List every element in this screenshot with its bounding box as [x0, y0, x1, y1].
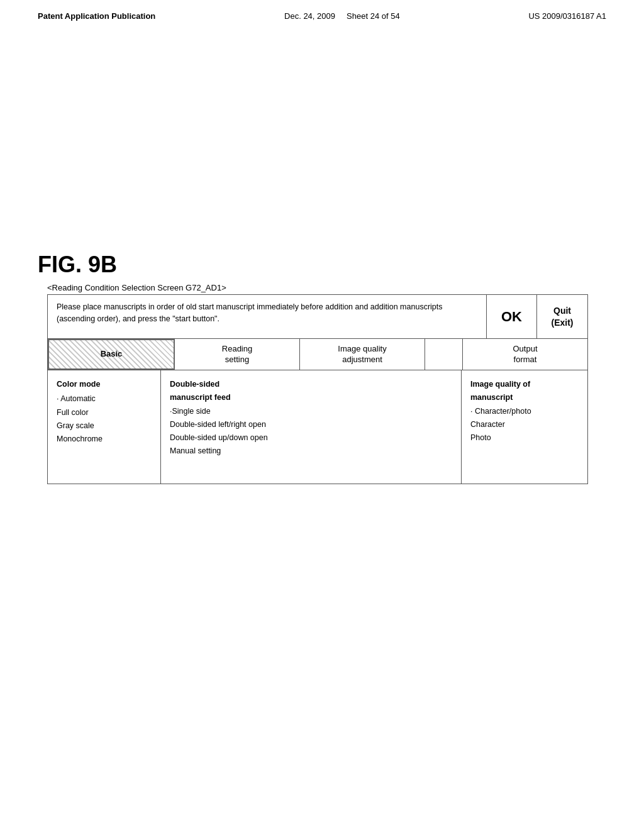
- header-publication: Patent Application Publication: [38, 11, 155, 21]
- color-mode-automatic: · Automatic: [57, 392, 152, 406]
- image-quality-photo: Photo: [470, 431, 579, 445]
- screen-label: <Reading Condition Selection Screen G72_…: [47, 283, 226, 292]
- tab-row: Basic Readingsetting Image qualityadjust…: [48, 339, 587, 370]
- image-quality-title: Image quality ofmanuscript: [470, 378, 579, 405]
- double-sided-single: ·Single side: [170, 405, 452, 418]
- color-mode-monochrome: Monochrome: [57, 433, 152, 446]
- header-sheet: Sheet 24 of 54: [347, 11, 400, 21]
- col-color-mode: Color mode · Automatic Full color Gray s…: [48, 370, 161, 484]
- color-mode-gray-scale: Gray scale: [57, 419, 152, 433]
- instruction-bar: Please place manuscripts in order of old…: [48, 295, 587, 339]
- instruction-text: Please place manuscripts in order of old…: [48, 295, 487, 338]
- header-patent-number: US 2009/0316187 A1: [528, 11, 606, 21]
- figure-label: FIG. 9B: [38, 252, 117, 278]
- col-double-sided: Double-sidedmanuscript feed ·Single side…: [161, 370, 462, 484]
- double-sided-manual: Manual setting: [170, 445, 452, 458]
- color-mode-title: Color mode: [57, 378, 152, 391]
- double-sided-lr-open: Double-sided left/right open: [170, 418, 452, 431]
- tab-basic[interactable]: Basic: [48, 339, 175, 370]
- tab-output-format[interactable]: Outputformat: [463, 339, 587, 370]
- content-area: Color mode · Automatic Full color Gray s…: [48, 370, 587, 484]
- col-image-quality: Image quality ofmanuscript · Character/p…: [462, 370, 587, 484]
- color-mode-full-color: Full color: [57, 406, 152, 419]
- ok-button[interactable]: OK: [487, 295, 537, 338]
- header-date: Dec. 24, 2009: [284, 11, 335, 21]
- double-sided-title: Double-sidedmanuscript feed: [170, 378, 452, 405]
- image-quality-character: Character: [470, 418, 579, 431]
- quit-button[interactable]: Quit(Exit): [537, 295, 587, 338]
- tab-reading-setting[interactable]: Readingsetting: [175, 339, 300, 370]
- ui-panel: Please place manuscripts in order of old…: [47, 294, 588, 484]
- double-sided-ud-open: Double-sided up/down open: [170, 431, 452, 445]
- tab-image-quality[interactable]: Image qualityadjustment: [300, 339, 425, 370]
- header-date-sheet: Dec. 24, 2009 Sheet 24 of 54: [284, 11, 400, 21]
- tab-spacer: [425, 339, 463, 370]
- image-quality-char-photo: · Character/photo: [470, 405, 579, 418]
- page-header: Patent Application Publication Dec. 24, …: [0, 0, 644, 21]
